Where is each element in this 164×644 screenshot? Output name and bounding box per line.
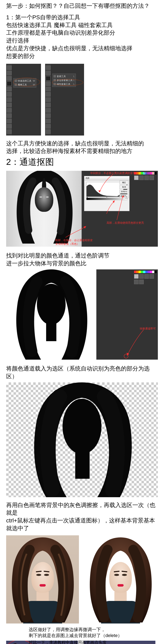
stage-transparent-bg: [6, 382, 158, 497]
gradient-tool-icon[interactable]: [7, 124, 12, 128]
annotation-arrows: [82, 171, 158, 247]
history-brush-icon[interactable]: [46, 114, 51, 118]
channel-thumb[interactable]: [134, 274, 138, 279]
eyedropper-tool-icon[interactable]: [7, 92, 12, 96]
after-tools-p2: 选择，比较适合那种海报素材不需要精细扣的地方: [6, 147, 158, 155]
svg-marker-5: [113, 200, 115, 203]
stamp-tool-icon[interactable]: [46, 108, 51, 112]
brush-tool-icon[interactable]: [7, 103, 12, 107]
svg-marker-3: [98, 190, 101, 192]
stage-channel-levels: 色阶 确定 取消 自动(A) 选项(T)...: [6, 171, 158, 247]
section2-title: 2：通道抠图: [6, 155, 158, 169]
move-tool-icon[interactable]: [46, 66, 51, 70]
after-tools-p1: 这个工具方便快速的选择，缺点也很明显，无法精细的: [6, 140, 158, 148]
marquee-tool-icon[interactable]: [46, 71, 51, 75]
flyout-key: L: [74, 75, 74, 78]
channel-thumb[interactable]: [144, 274, 149, 279]
channel-thumb[interactable]: [139, 280, 144, 284]
eraser-tool-icon[interactable]: [7, 119, 12, 123]
ps-workspace-right: 色阶 确定 取消 自动(A) 选项(T)...: [82, 171, 158, 247]
method1-l4: 进行选择: [6, 37, 158, 44]
annotation-arrow-left: [60, 224, 92, 240]
channel-thumb[interactable]: [134, 280, 138, 284]
annotation-left-2: 变成暗极值（黑色）: [55, 242, 79, 246]
crop-tool-icon[interactable]: [7, 87, 12, 91]
silhouette-canvas: [6, 270, 96, 360]
channel-thumb[interactable]: [150, 274, 154, 279]
row-color-portraits: [6, 535, 158, 624]
annotation-oval: [13, 78, 40, 86]
stage-silhouette: 转换通道即可: [6, 270, 158, 360]
blur-tool-icon[interactable]: [7, 129, 12, 134]
face-grayscale: [35, 187, 53, 212]
method1-l3: 工作原理都是基于电脑自动识别差异化部分: [6, 29, 158, 37]
method1-l5: 优点是方便快捷，缺点也很明显，无法精细地选择: [6, 44, 158, 52]
svg-point-11: [62, 399, 102, 454]
method1-title: 1：第一个PS自带的选择工具: [6, 14, 158, 21]
svg-rect-12: [75, 448, 90, 479]
color-portrait-bg: [6, 535, 79, 624]
ps-toolbar: [45, 64, 52, 136]
eraser-tool-icon[interactable]: [46, 119, 51, 123]
quick-select-tool-icon[interactable]: [7, 82, 12, 86]
eyedropper-tool-icon[interactable]: [46, 92, 51, 96]
ps-workspace-right: 转换通道即可: [96, 270, 158, 360]
method1-l6: 想要的部分: [6, 52, 158, 60]
brush-tool-icon[interactable]: [46, 103, 51, 107]
quick-select-tool-icon[interactable]: [46, 82, 51, 86]
lasso-tool-icon[interactable]: [46, 76, 51, 80]
annotation-oval: [52, 79, 83, 86]
healing-tool-icon[interactable]: [46, 98, 51, 102]
svg-point-7: [37, 284, 66, 325]
hair-silhouette-on-alpha: [6, 382, 158, 497]
svg-marker-4: [122, 196, 124, 198]
ps-toolbar: [6, 64, 12, 136]
lasso-tool-icon[interactable]: [7, 76, 12, 80]
healing-tool-icon[interactable]: [7, 98, 12, 102]
method1-l2: 包括快速选择工具 魔棒工具 磁性套索工具: [6, 21, 158, 29]
ps-panel-right: 套索工具 L 多边形套索工具 L 磁性套索工具 L: [45, 64, 84, 136]
channel-thumb[interactable]: [139, 274, 144, 279]
marquee-tool-icon[interactable]: [7, 71, 12, 75]
row-ponytail-compare: 对比一下，李涛教程中直接用画笔画点头发 是不是也非常逼真呢: [6, 641, 158, 644]
annotation-load-selection: 转换通道即可: [140, 327, 156, 330]
svg-point-10: [124, 354, 128, 358]
move-tool-icon[interactable]: [7, 66, 12, 70]
compare-text: 对比一下，李涛教程中直接用画笔画点头发 是不是也非常逼真呢: [29, 640, 106, 644]
history-brush-icon[interactable]: [7, 114, 12, 118]
gradient-tool-icon[interactable]: [46, 124, 51, 128]
flyout-item-lasso[interactable]: 套索工具 L: [54, 74, 74, 78]
caption-5b: 剩下的就是在原图上减去背景就好了（delete）: [6, 632, 158, 639]
svg-rect-8: [46, 321, 56, 341]
caption-4a: 再用白色画笔将背景中的灰色调擦擦，再载入选区一次（也就是: [6, 501, 158, 517]
blur-tool-icon[interactable]: [46, 129, 51, 134]
flyout-label: 套索工具: [57, 75, 66, 78]
ps-panel-left: 快速选择工具 W 魔棒工具 W: [6, 64, 41, 136]
caption-5a: 选区做好了，用调整边缘再微调一下，: [6, 626, 158, 633]
caption-2a: 找到对比明显的颜色通道，通过色阶调节: [6, 252, 158, 260]
stamp-tool-icon[interactable]: [7, 108, 12, 112]
caption-4b: ctrl+鼠标左键再点击一次该通道图标），这样基本背景基本就选中了: [6, 517, 158, 532]
hair-silhouette-solid: [6, 270, 96, 360]
lasso-icon: [54, 75, 56, 78]
caption-3: 将颜色通道载入为选区（系统自动识别为亮色的部分为选区）: [6, 365, 158, 380]
step-title: 第一步：如何抠图？？自己回想一下有哪些抠图的方法？: [6, 2, 158, 10]
tool-panels-row: 快速选择工具 W 魔棒工具 W: [6, 64, 158, 136]
color-portrait-cutout: [84, 535, 157, 624]
crop-tool-icon[interactable]: [46, 87, 51, 91]
svg-marker-9: [127, 353, 129, 356]
hair-color: [6, 535, 79, 624]
caption-2b: 进一步拉大物体与背景的颜色比: [6, 260, 158, 267]
hair-color: [84, 535, 157, 624]
swatches-panel: [134, 271, 156, 281]
